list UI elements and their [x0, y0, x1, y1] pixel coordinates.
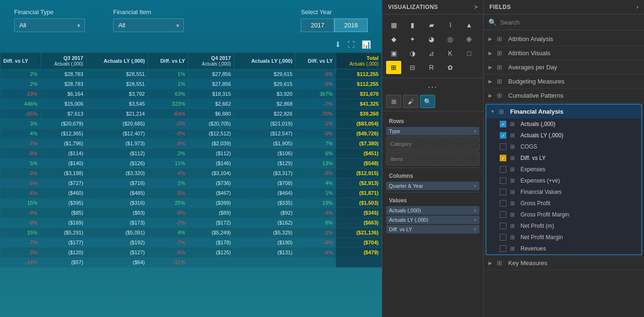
rows-drop[interactable]: Category [386, 136, 479, 150]
values-actuals-chip[interactable]: Actuals (,000) × [386, 206, 479, 215]
financial-type-select[interactable]: All Revenue Expense [14, 18, 85, 32]
custom-icon[interactable]: ✿ [443, 61, 458, 74]
table-icon[interactable]: ⊞ [386, 61, 401, 74]
fields-item-net-profit-margin[interactable]: ⊞ Net Profit Margin [487, 232, 641, 243]
format-tab[interactable]: 🖌 [403, 95, 418, 108]
rows-type-chip[interactable]: Type × [386, 127, 479, 135]
line-chart-icon[interactable]: ⌇ [443, 18, 458, 32]
line-marker-icon[interactable]: ◆ [386, 33, 401, 46]
pie-chart-icon[interactable]: ◕ [424, 33, 439, 46]
col-q3-header: Q3 2017Actuals (,000) [41, 53, 86, 69]
kpi-icon[interactable]: K [443, 47, 458, 60]
rows-items-drop[interactable]: Items [386, 151, 479, 166]
area-chart-icon[interactable]: ▲ [462, 18, 477, 32]
cell-total: ($479) [336, 248, 381, 258]
cell-diff4: 6% [296, 149, 336, 158]
fields-expand-icon[interactable]: › [636, 4, 638, 10]
financial-item-select[interactable]: All [113, 18, 184, 32]
funnel-icon[interactable]: ⊿ [424, 47, 439, 60]
field-checkbox-11[interactable] [500, 245, 506, 252]
fields-item-cogs[interactable]: ⊞ COGS [487, 141, 641, 152]
viz-more[interactable]: ... [382, 78, 483, 92]
field-type-icon-6: ⊞ [510, 189, 517, 195]
rows-type-remove[interactable]: × [474, 128, 477, 134]
fields-group-header-2[interactable]: ▶ ⊞ Averages per Day [484, 60, 644, 74]
fields-group-header-6[interactable]: ▶ ⊞ Key Measures [484, 256, 644, 270]
cols-quarter-chip[interactable]: Quarter & Year × [386, 182, 479, 190]
fields-group-cumulative-patterns: ▶ ⊞ Cumulative Patterns [484, 89, 644, 103]
cell-diff4: -6% [296, 238, 336, 248]
fields-item-financial-values[interactable]: ⊞ Financial Values [487, 186, 641, 198]
cell-actuals4: ($89) [188, 208, 234, 218]
stacked-bar-icon[interactable]: ▦ [386, 18, 401, 32]
fields-item-gross-profit[interactable]: ⊞ Gross Profit [487, 198, 641, 209]
search-icon: 🔍 [488, 18, 496, 26]
fields-group-key-measures: ▶ ⊞ Key Measures [484, 256, 644, 270]
gauge-icon[interactable]: ◑ [405, 47, 420, 60]
fields-group-header-3[interactable]: ▶ ⊞ Budgeting Measures [484, 75, 644, 88]
fields-group-header-0[interactable]: ▶ ⊞ Attrition Analysis [484, 32, 644, 46]
field-checkbox-9[interactable] [500, 223, 506, 229]
field-checkbox-2[interactable] [500, 143, 506, 150]
cell-diff4: 4% [296, 178, 336, 188]
field-checkbox-1[interactable]: ✓ [500, 132, 506, 139]
fields-item-expenses---ve-[interactable]: ⊞ Expenses (+ve) [487, 175, 641, 186]
group-name-4: Cumulative Patterns [508, 92, 639, 99]
cell-actuals4: ($5,249) [188, 228, 234, 238]
cell-ly3: ($5,091) [86, 228, 148, 238]
field-checkbox-3[interactable]: ✓ [500, 155, 506, 161]
r-visual-icon[interactable]: R [424, 61, 439, 74]
field-checkbox-7[interactable] [500, 200, 506, 207]
download-icon[interactable]: ⬇ [333, 39, 342, 50]
analytics-tab[interactable]: 🔍 [420, 95, 435, 108]
group-arrow-2: ▶ [488, 65, 493, 70]
scatter-icon[interactable]: ✦ [405, 33, 420, 46]
field-checkbox-6[interactable] [500, 189, 506, 195]
field-checkbox-0[interactable]: ✓ [500, 121, 506, 127]
field-checkbox-5[interactable] [500, 177, 506, 184]
card-icon[interactable]: □ [462, 47, 477, 60]
year-2018-button[interactable]: 2018 [334, 18, 368, 32]
year-2017-button[interactable]: 2017 [301, 18, 334, 32]
values-actuals-remove[interactable]: × [474, 208, 477, 213]
cell-actuals3: ($460) [41, 188, 86, 198]
values-diff-remove[interactable]: × [474, 226, 477, 232]
table-row: -3% ($120) ($127) -6% ($125) ($131) -4% … [0, 248, 382, 258]
fields-item-revenues[interactable]: ⊞ Revenues [487, 243, 641, 254]
cols-quarter-remove[interactable]: × [474, 183, 477, 189]
treemap-icon[interactable]: ▣ [386, 47, 401, 60]
values-actuals-ly-remove[interactable]: × [474, 217, 477, 223]
fields-tab[interactable]: ⊞ [386, 95, 401, 108]
cell-diff0: 3% [0, 119, 41, 129]
cell-diff3: 1% [148, 79, 189, 89]
cell-total [336, 258, 381, 267]
grouped-bar-icon[interactable]: ▰ [424, 18, 439, 32]
field-checkbox-4[interactable] [500, 166, 506, 173]
fields-group-header-4[interactable]: ▶ ⊞ Cumulative Patterns [484, 89, 644, 102]
fields-panel: FIELDS › 🔍 ▶ ⊞ Attrition Analysis ▶ ⊞ At… [483, 0, 644, 317]
cell-diff0: 2% [0, 69, 41, 79]
field-checkbox-8[interactable] [500, 211, 506, 218]
bar-chart-icon[interactable]: ▮ [405, 18, 420, 32]
fields-item-gross-profit-margin[interactable]: ⊞ Gross Profit Margin [487, 209, 641, 220]
fields-item-diff--vs-ly[interactable]: ✓ ⊞ Diff. vs LY [487, 152, 641, 164]
viz-expand-icon[interactable]: > [474, 4, 478, 10]
cell-diff4: -4% [296, 208, 336, 218]
chart-icon[interactable]: 📊 [360, 39, 372, 50]
fields-item-actuals---000-[interactable]: ✓ ⊞ Actuals (,000) [487, 118, 641, 130]
fields-item-expenses[interactable]: ⊞ Expenses [487, 164, 641, 175]
fields-search-input[interactable] [500, 19, 639, 26]
fields-item-net-profit--m-[interactable]: ⊞ Net Profit (m) [487, 220, 641, 232]
map-icon[interactable]: ⊕ [462, 33, 477, 46]
donut-chart-icon[interactable]: ◎ [443, 33, 458, 46]
fields-item-actuals-ly---000-[interactable]: ✓ ⊞ Actuals LY (,000) [487, 130, 641, 141]
values-actuals-ly-chip[interactable]: Actuals LY (,000) × [386, 216, 479, 224]
expand-icon[interactable]: ⛶ [346, 39, 356, 50]
fields-group-header-1[interactable]: ▶ ⊞ Attrition Visuals [484, 46, 644, 60]
values-diff-chip[interactable]: Diff. vs LY × [386, 225, 479, 234]
matrix-icon[interactable]: ⊟ [405, 61, 420, 74]
cell-diff0: 446% [0, 99, 41, 109]
field-checkbox-10[interactable] [500, 234, 506, 241]
cell-actuals3: ($57) [41, 258, 86, 267]
fields-group-header-financial-analysis[interactable]: ▼ ⊞ Financial Analysis [487, 105, 641, 118]
